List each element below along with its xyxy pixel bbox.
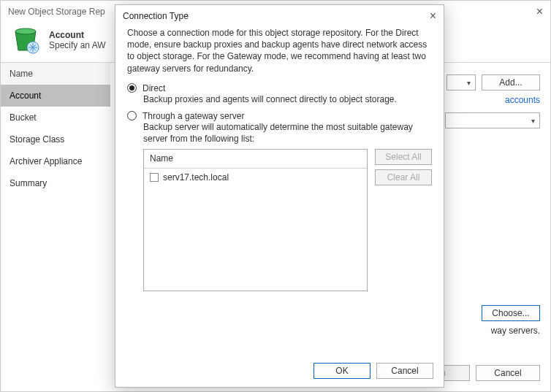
- list-item[interactable]: serv17.tech.local: [144, 169, 367, 186]
- checkbox-icon[interactable]: [150, 173, 159, 182]
- clear-all-button: Clear All: [375, 169, 432, 185]
- radio-gateway-label: Through a gateway server: [142, 111, 244, 121]
- sidebar-item-storage-class[interactable]: Storage Class: [1, 128, 110, 150]
- radio-direct-sub: Backup proxies and agents will connect d…: [143, 93, 432, 105]
- dialog-title: Connection Type: [123, 11, 189, 21]
- list-item-label: serv17.tech.local: [163, 172, 229, 183]
- gateway-hint-text: way servers.: [491, 326, 540, 336]
- select-all-button: Select All: [375, 149, 432, 165]
- credentials-combo[interactable]: ▾: [446, 74, 476, 91]
- radio-direct-label: Direct: [142, 83, 165, 93]
- wizard-step-title: Account: [49, 30, 106, 40]
- sidebar-item-bucket[interactable]: Bucket: [1, 107, 110, 128]
- parent-title: New Object Storage Rep: [8, 1, 105, 23]
- gateway-list[interactable]: Name serv17.tech.local: [143, 149, 368, 291]
- dialog-close-icon[interactable]: ×: [430, 9, 436, 23]
- dialog-description: Choose a connection mode for this object…: [127, 27, 432, 74]
- choose-button[interactable]: Choose...: [482, 305, 540, 321]
- gateway-list-header: Name: [144, 150, 367, 168]
- bucket-icon: [11, 26, 40, 55]
- wizard-sidebar: Name Account Bucket Storage Class Archiv…: [1, 62, 110, 365]
- parent-window: New Object Storage Rep × Account Specify…: [0, 0, 551, 392]
- dialog-titlebar: Connection Type ×: [115, 5, 444, 27]
- sidebar-item-archiver-appliance[interactable]: Archiver Appliance: [1, 150, 110, 172]
- radio-direct[interactable]: Direct: [127, 83, 432, 93]
- chevron-down-icon: ▾: [531, 117, 535, 125]
- connection-type-dialog: Connection Type × Choose a connection mo…: [115, 4, 444, 388]
- manage-accounts-link[interactable]: accounts: [505, 95, 540, 105]
- radio-gateway[interactable]: Through a gateway server: [127, 111, 432, 121]
- radio-icon: [127, 111, 137, 120]
- region-combo[interactable]: ▾: [445, 112, 540, 128]
- parent-cancel-button[interactable]: Cancel: [476, 365, 540, 381]
- sidebar-item-summary[interactable]: Summary: [1, 172, 110, 194]
- radio-gateway-sub: Backup server will automatically determi…: [143, 121, 432, 145]
- radio-icon: [127, 83, 137, 93]
- sidebar-item-account[interactable]: Account: [1, 85, 110, 107]
- cancel-button[interactable]: Cancel: [376, 363, 433, 379]
- wizard-step-subtitle: Specify an AW: [49, 40, 106, 50]
- svg-point-0: [15, 28, 36, 34]
- chevron-down-icon: ▾: [467, 79, 471, 87]
- close-icon[interactable]: ×: [536, 1, 543, 23]
- sidebar-item-name[interactable]: Name: [1, 63, 110, 85]
- add-button[interactable]: Add...: [482, 74, 540, 91]
- dialog-footer: OK Cancel: [115, 355, 444, 387]
- ok-button[interactable]: OK: [314, 363, 370, 379]
